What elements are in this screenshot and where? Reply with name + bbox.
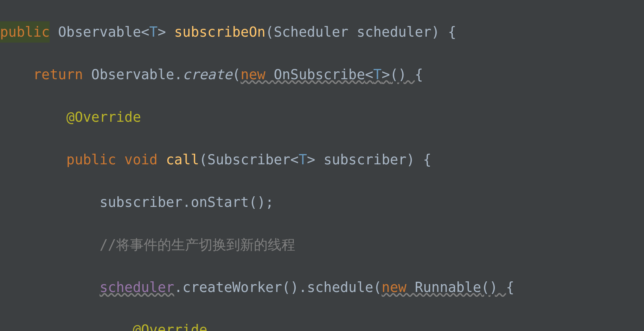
anonymous-class-runnable: new Runnable(): [381, 279, 506, 295]
keyword-public: public: [67, 152, 116, 167]
code-line: //将事件的生产切换到新的线程: [0, 234, 644, 255]
method-call-decl: call: [166, 152, 199, 167]
code-line: public Observable<T> subscribeOn(Schedul…: [0, 21, 644, 43]
type-observable: Observable: [58, 24, 141, 40]
code-line: scheduler.createWorker().schedule(new Ru…: [0, 277, 644, 298]
var-scheduler: scheduler: [100, 279, 174, 295]
type-observable: Observable: [91, 67, 174, 82]
type-param: T: [149, 24, 157, 40]
param-subscriber: subscriber: [324, 152, 407, 167]
keyword-void: void: [124, 152, 157, 167]
anonymous-class-onsubscribe: new OnSubscribe<T>(): [241, 67, 415, 82]
method-onstart: onStart: [191, 194, 249, 210]
method-subscribeon: subscribeOn: [174, 24, 266, 40]
var-subscriber: subscriber: [100, 194, 183, 210]
type-subscriber: Subscriber: [207, 152, 291, 167]
code-line: public void call(Subscriber<T> subscribe…: [0, 149, 644, 170]
comment-line: //将事件的生产切换到新的线程: [100, 237, 295, 253]
keyword-public: public: [0, 21, 50, 43]
code-line: @Override: [0, 319, 644, 331]
type-scheduler: Scheduler: [274, 24, 348, 40]
code-block: public Observable<T> subscribeOn(Schedul…: [0, 0, 644, 331]
annotation-override: @Override: [133, 322, 207, 331]
method-create: create: [183, 67, 232, 82]
code-line: subscriber.onStart();: [0, 192, 644, 213]
param-scheduler: scheduler: [357, 24, 431, 40]
annotation-override: @Override: [67, 109, 141, 125]
method-createworker: createWorker: [183, 279, 282, 295]
brace: {: [448, 24, 456, 40]
code-line: @Override: [0, 106, 644, 128]
code-editor[interactable]: public Observable<T> subscribeOn(Schedul…: [0, 0, 644, 331]
keyword-return: return: [33, 67, 83, 82]
method-schedule: schedule: [307, 279, 374, 295]
code-line: return Observable.create(new OnSubscribe…: [0, 64, 644, 85]
